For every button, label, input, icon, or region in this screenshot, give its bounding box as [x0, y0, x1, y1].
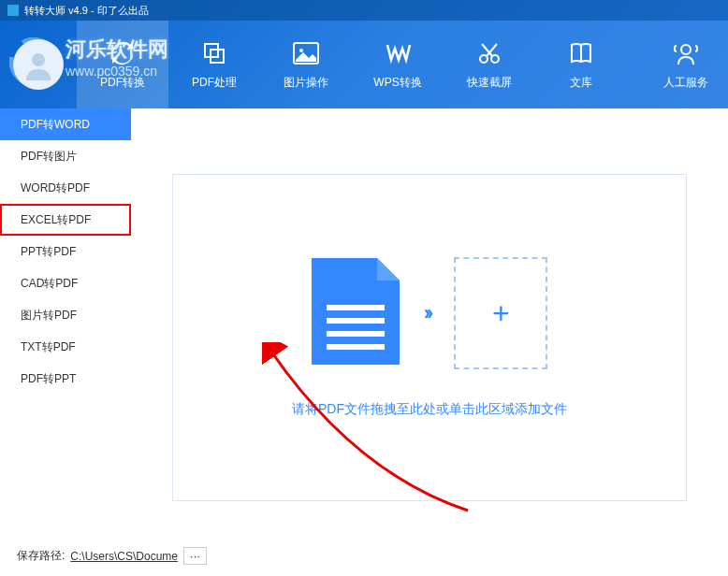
sidebar-item-pdf-to-ppt[interactable]: PDF转PPT — [0, 363, 131, 395]
sidebar-item-ppt-to-pdf[interactable]: PPT转PDF — [0, 236, 131, 267]
scissors-icon — [476, 39, 502, 67]
book-icon — [568, 39, 594, 67]
sidebar-item-cad-to-pdf[interactable]: CAD转PDF — [0, 267, 131, 299]
wps-icon — [384, 39, 412, 67]
svg-rect-13 — [327, 344, 385, 350]
nav-label: PDF处理 — [192, 75, 237, 91]
svg-rect-12 — [327, 331, 385, 337]
file-icon — [312, 258, 400, 368]
sidebar-item-image-to-pdf[interactable]: 图片转PDF — [0, 299, 131, 331]
nav-pdf-process[interactable]: PDF处理 — [168, 21, 260, 108]
nav-image-ops[interactable]: 图片操作 — [260, 21, 352, 108]
svg-rect-10 — [327, 305, 385, 310]
sidebar-item-excel-to-pdf[interactable]: EXCEL转PDF — [0, 204, 131, 236]
nav-label: 人工服务 — [663, 75, 708, 91]
svg-point-7 — [480, 55, 488, 63]
svg-point-8 — [491, 55, 499, 63]
main-area: ›› + 请将PDF文件拖拽至此处或单击此区域添加文件 — [131, 108, 728, 576]
sidebar-item-word-to-pdf[interactable]: WORD转PDF — [0, 172, 131, 204]
dropzone[interactable]: ›› + 请将PDF文件拖拽至此处或单击此区域添加文件 — [172, 174, 687, 501]
sidebar-item-pdf-to-image[interactable]: PDF转图片 — [0, 140, 131, 172]
body: PDF转WORD PDF转图片 WORD转PDF EXCEL转PDF PPT转P… — [0, 108, 728, 576]
svg-rect-11 — [327, 318, 385, 324]
drop-icons: ›› + — [312, 257, 548, 369]
save-path-label: 保存路径: — [17, 548, 65, 564]
nav-label: 图片操作 — [284, 75, 328, 91]
app-icon — [7, 5, 19, 16]
nav-label: WPS转换 — [373, 75, 421, 91]
avatar-container[interactable] — [0, 21, 77, 108]
footer: 保存路径: C:\Users\CS\Docume ··· — [17, 547, 207, 565]
avatar — [13, 39, 64, 90]
titlebar-text: 转转大师 v4.9 - 印了么出品 — [24, 4, 149, 18]
user-icon — [21, 47, 56, 82]
copy-icon — [201, 39, 227, 67]
top-nav: PDF转换 PDF处理 图片操作 WPS转换 快速截屏 — [77, 21, 728, 108]
svg-point-9 — [681, 45, 691, 54]
dropzone-hint: 请将PDF文件拖拽至此处或单击此区域添加文件 — [292, 401, 567, 418]
refresh-icon — [109, 39, 137, 67]
nav-library[interactable]: 文库 — [535, 21, 627, 108]
support-icon — [673, 39, 699, 67]
nav-label: PDF转换 — [100, 75, 145, 91]
svg-point-6 — [299, 49, 303, 52]
header: 河乐软件网 www.pc0359.cn PDF转换 PDF处理 — [0, 21, 728, 108]
nav-label: 快速截屏 — [467, 75, 512, 91]
sidebar-item-pdf-to-word[interactable]: PDF转WORD — [0, 108, 131, 140]
plus-icon: + — [492, 296, 510, 331]
browse-button[interactable]: ··· — [183, 547, 207, 565]
save-path-link[interactable]: C:\Users\CS\Docume — [70, 550, 178, 563]
arrow-right-icon: ›› — [424, 301, 430, 325]
titlebar: 转转大师 v4.9 - 印了么出品 — [0, 0, 728, 21]
nav-wps-convert[interactable]: WPS转换 — [352, 21, 444, 108]
sidebar: PDF转WORD PDF转图片 WORD转PDF EXCEL转PDF PPT转P… — [0, 108, 131, 576]
add-box: + — [454, 257, 547, 369]
sidebar-item-txt-to-pdf[interactable]: TXT转PDF — [0, 331, 131, 363]
nav-pdf-convert[interactable]: PDF转换 — [77, 21, 168, 108]
nav-label: 文库 — [570, 75, 592, 91]
svg-point-2 — [32, 53, 45, 66]
nav-support[interactable]: 人工服务 — [644, 21, 728, 108]
nav-screenshot[interactable]: 快速截屏 — [444, 21, 535, 108]
image-icon — [292, 39, 320, 67]
